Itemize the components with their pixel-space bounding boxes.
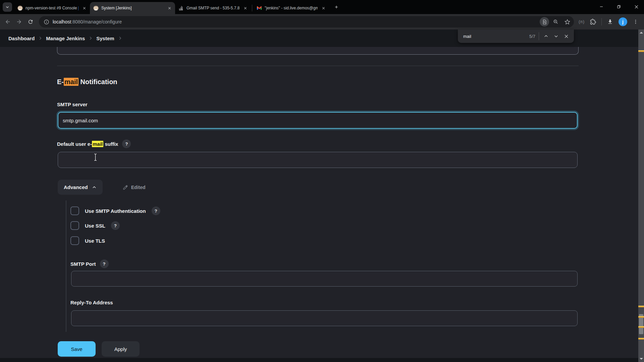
help-icon[interactable]: ? (122, 139, 131, 148)
advanced-row: Advanced Edited (58, 180, 145, 195)
advanced-label: Advanced (64, 184, 88, 190)
url-host: localhost (53, 19, 71, 24)
address-bar[interactable]: localhost:8080/manage/configure (39, 16, 574, 27)
find-match-marker (638, 326, 644, 328)
label-text: SMTP Port (70, 261, 96, 267)
find-in-page-active-icon[interactable] (540, 17, 549, 26)
section-divider (57, 66, 579, 66)
use-tls-checkbox[interactable] (70, 236, 79, 245)
jenkins-system-config-page: E-mail Notification SMTP server Default … (0, 47, 644, 358)
tab-search-button[interactable] (3, 2, 12, 12)
tab-gmail-inbox[interactable]: "jenkins" - sid.live.demos@gma (253, 2, 329, 14)
tab-close-icon[interactable] (242, 5, 248, 11)
window-controls (596, 0, 641, 13)
previous-section-input-partial[interactable] (57, 47, 579, 55)
default-suffix-input[interactable] (58, 152, 578, 168)
jenkins-favicon (17, 5, 23, 11)
find-match-active: mail (64, 78, 78, 86)
advanced-section-guide-line (66, 200, 66, 332)
back-button[interactable] (2, 16, 13, 27)
default-suffix-label: Default user e-mail suffix ? (57, 139, 131, 148)
gmail-favicon (257, 5, 262, 11)
help-icon[interactable]: ? (100, 259, 109, 268)
breadcrumb-dropdown-chevron-icon[interactable] (118, 36, 122, 41)
checkbox-label: Use TLS (85, 238, 105, 244)
help-icon[interactable]: ? (152, 206, 160, 215)
label-text: Default user e-mail suffix (57, 141, 118, 147)
smtp-port-input[interactable] (71, 271, 578, 287)
jenkins-favicon (93, 5, 99, 11)
use-ssl-row: Use SSL ? (70, 221, 120, 230)
save-button[interactable]: Save (58, 341, 96, 357)
find-input[interactable]: mail (463, 34, 529, 39)
pencil-icon (123, 185, 128, 190)
find-next-button[interactable] (551, 31, 561, 41)
advanced-toggle-button[interactable]: Advanced (58, 180, 103, 195)
find-previous-button[interactable] (541, 31, 551, 41)
tab-close-icon[interactable] (320, 5, 326, 11)
scroll-down-arrow-icon[interactable] (638, 357, 644, 361)
find-match-marker (638, 50, 644, 52)
tab-npm-console[interactable]: npm-version-test #9 Console [J (14, 2, 90, 14)
tab-title: npm-version-test #9 Console [J (25, 6, 78, 10)
toolbar-separator (601, 18, 602, 25)
checkbox-label: Use SSL (85, 223, 105, 229)
downloads-icon[interactable] (605, 17, 615, 27)
restore-button[interactable] (614, 2, 624, 12)
form-actions: Save Apply (58, 341, 140, 357)
use-ssl-checkbox[interactable] (70, 221, 79, 230)
text-cursor-icon (93, 153, 98, 161)
bookmark-star-icon[interactable] (562, 17, 572, 26)
find-match-inactive: mail (92, 141, 103, 147)
plus-icon (334, 5, 339, 9)
find-match-count: 5/7 (529, 34, 535, 39)
chevron-right-icon (88, 36, 93, 41)
scroll-up-arrow-icon[interactable] (638, 30, 644, 35)
edited-indicator: Edited (123, 185, 146, 190)
tab-system-jenkins[interactable]: System [Jenkins] (90, 2, 175, 14)
extension-badge-icon[interactable]: (n) (579, 19, 585, 24)
close-window-button[interactable] (631, 2, 641, 12)
stackoverflow-favicon (178, 5, 184, 11)
tab-bar: npm-version-test #9 Console [J System [J… (0, 0, 644, 14)
tab-title: "jenkins" - sid.live.demos@gma (265, 6, 318, 10)
extensions-puzzle-icon[interactable] (588, 17, 598, 27)
help-icon[interactable]: ? (111, 221, 120, 230)
reply-to-input[interactable] (71, 310, 578, 326)
zoom-icon[interactable] (551, 17, 560, 26)
smtp-auth-row: Use SMTP Authentication ? (70, 206, 160, 215)
edited-label: Edited (131, 185, 146, 190)
tab-title: System [Jenkins] (101, 6, 164, 10)
site-info-icon[interactable] (44, 19, 49, 25)
find-separator (539, 32, 539, 40)
breadcrumb-manage-jenkins[interactable]: Manage Jenkins (46, 36, 85, 41)
tab-close-icon[interactable] (166, 5, 172, 11)
chevron-right-icon (38, 36, 43, 41)
chevron-down-icon (5, 5, 9, 9)
label-text: suffix (103, 141, 118, 147)
use-smtp-authentication-checkbox[interactable] (70, 206, 79, 215)
minimize-button[interactable] (596, 2, 606, 12)
breadcrumb-system[interactable]: System (96, 36, 114, 41)
heading-text: E- (57, 78, 64, 85)
tab-gmail-smtp-stackoverflow[interactable]: Gmail SMTP send - 535-5.7.8 U (175, 2, 251, 14)
menu-kebab-icon[interactable] (631, 17, 641, 27)
smtp-port-label: SMTP Port ? (70, 259, 109, 268)
find-bar: mail 5/7 (458, 29, 574, 43)
breadcrumb-dashboard[interactable]: Dashboard (8, 36, 35, 41)
smtp-server-input[interactable] (58, 112, 578, 129)
url-text: localhost:8080/manage/configure (53, 19, 540, 24)
label-text: Default user e- (57, 141, 92, 147)
use-tls-row: Use TLS (70, 236, 105, 245)
find-match-marker (638, 306, 644, 307)
find-close-button[interactable] (561, 31, 571, 41)
forward-button[interactable] (13, 16, 25, 27)
tab-divider (252, 5, 252, 11)
new-tab-button[interactable] (332, 2, 341, 12)
reload-button[interactable] (25, 16, 36, 27)
profile-avatar[interactable]: j (619, 17, 627, 26)
apply-button[interactable]: Apply (102, 341, 140, 357)
browser-toolbar: localhost:8080/manage/configure (n) j (0, 14, 644, 29)
page-scrollbar[interactable] (638, 29, 644, 362)
tab-close-icon[interactable] (81, 5, 87, 11)
